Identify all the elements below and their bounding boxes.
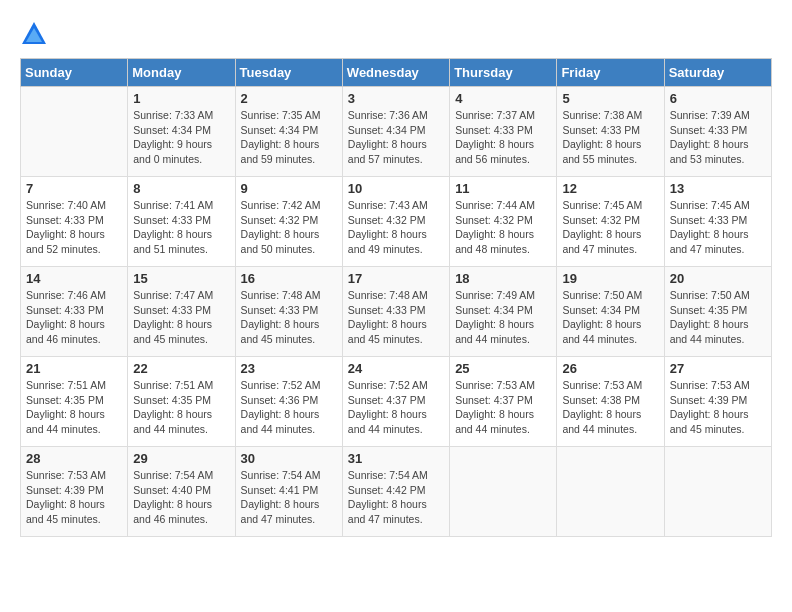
calendar-cell: 13Sunrise: 7:45 AMSunset: 4:33 PMDayligh… — [664, 177, 771, 267]
day-number: 27 — [670, 361, 766, 376]
day-info: Sunrise: 7:52 AMSunset: 4:37 PMDaylight:… — [348, 378, 444, 437]
calendar-cell: 18Sunrise: 7:49 AMSunset: 4:34 PMDayligh… — [450, 267, 557, 357]
day-info: Sunrise: 7:48 AMSunset: 4:33 PMDaylight:… — [348, 288, 444, 347]
day-info: Sunrise: 7:53 AMSunset: 4:38 PMDaylight:… — [562, 378, 658, 437]
calendar-cell: 28Sunrise: 7:53 AMSunset: 4:39 PMDayligh… — [21, 447, 128, 537]
day-info: Sunrise: 7:38 AMSunset: 4:33 PMDaylight:… — [562, 108, 658, 167]
calendar-cell: 24Sunrise: 7:52 AMSunset: 4:37 PMDayligh… — [342, 357, 449, 447]
day-info: Sunrise: 7:43 AMSunset: 4:32 PMDaylight:… — [348, 198, 444, 257]
day-number: 2 — [241, 91, 337, 106]
calendar-cell: 4Sunrise: 7:37 AMSunset: 4:33 PMDaylight… — [450, 87, 557, 177]
day-number: 29 — [133, 451, 229, 466]
calendar-week-row: 28Sunrise: 7:53 AMSunset: 4:39 PMDayligh… — [21, 447, 772, 537]
day-info: Sunrise: 7:53 AMSunset: 4:39 PMDaylight:… — [670, 378, 766, 437]
day-info: Sunrise: 7:33 AMSunset: 4:34 PMDaylight:… — [133, 108, 229, 167]
day-info: Sunrise: 7:46 AMSunset: 4:33 PMDaylight:… — [26, 288, 122, 347]
day-number: 17 — [348, 271, 444, 286]
day-info: Sunrise: 7:41 AMSunset: 4:33 PMDaylight:… — [133, 198, 229, 257]
calendar-week-row: 14Sunrise: 7:46 AMSunset: 4:33 PMDayligh… — [21, 267, 772, 357]
calendar-cell: 8Sunrise: 7:41 AMSunset: 4:33 PMDaylight… — [128, 177, 235, 267]
day-number: 22 — [133, 361, 229, 376]
day-info: Sunrise: 7:51 AMSunset: 4:35 PMDaylight:… — [133, 378, 229, 437]
calendar-cell: 21Sunrise: 7:51 AMSunset: 4:35 PMDayligh… — [21, 357, 128, 447]
calendar-week-row: 1Sunrise: 7:33 AMSunset: 4:34 PMDaylight… — [21, 87, 772, 177]
day-info: Sunrise: 7:52 AMSunset: 4:36 PMDaylight:… — [241, 378, 337, 437]
calendar-header: SundayMondayTuesdayWednesdayThursdayFrid… — [21, 59, 772, 87]
day-info: Sunrise: 7:49 AMSunset: 4:34 PMDaylight:… — [455, 288, 551, 347]
day-number: 25 — [455, 361, 551, 376]
calendar-cell — [21, 87, 128, 177]
day-info: Sunrise: 7:40 AMSunset: 4:33 PMDaylight:… — [26, 198, 122, 257]
day-number: 15 — [133, 271, 229, 286]
calendar-cell: 29Sunrise: 7:54 AMSunset: 4:40 PMDayligh… — [128, 447, 235, 537]
day-number: 19 — [562, 271, 658, 286]
day-info: Sunrise: 7:47 AMSunset: 4:33 PMDaylight:… — [133, 288, 229, 347]
day-number: 20 — [670, 271, 766, 286]
day-info: Sunrise: 7:35 AMSunset: 4:34 PMDaylight:… — [241, 108, 337, 167]
day-number: 18 — [455, 271, 551, 286]
day-info: Sunrise: 7:37 AMSunset: 4:33 PMDaylight:… — [455, 108, 551, 167]
day-number: 31 — [348, 451, 444, 466]
day-info: Sunrise: 7:36 AMSunset: 4:34 PMDaylight:… — [348, 108, 444, 167]
calendar-cell: 9Sunrise: 7:42 AMSunset: 4:32 PMDaylight… — [235, 177, 342, 267]
day-info: Sunrise: 7:53 AMSunset: 4:39 PMDaylight:… — [26, 468, 122, 527]
weekday-header-friday: Friday — [557, 59, 664, 87]
day-number: 10 — [348, 181, 444, 196]
weekday-header-tuesday: Tuesday — [235, 59, 342, 87]
calendar-cell: 23Sunrise: 7:52 AMSunset: 4:36 PMDayligh… — [235, 357, 342, 447]
calendar-cell: 16Sunrise: 7:48 AMSunset: 4:33 PMDayligh… — [235, 267, 342, 357]
calendar-week-row: 21Sunrise: 7:51 AMSunset: 4:35 PMDayligh… — [21, 357, 772, 447]
weekday-header-monday: Monday — [128, 59, 235, 87]
weekday-header-saturday: Saturday — [664, 59, 771, 87]
calendar-cell: 26Sunrise: 7:53 AMSunset: 4:38 PMDayligh… — [557, 357, 664, 447]
day-number: 8 — [133, 181, 229, 196]
weekday-header-wednesday: Wednesday — [342, 59, 449, 87]
calendar-cell: 30Sunrise: 7:54 AMSunset: 4:41 PMDayligh… — [235, 447, 342, 537]
calendar-cell: 19Sunrise: 7:50 AMSunset: 4:34 PMDayligh… — [557, 267, 664, 357]
weekday-header-sunday: Sunday — [21, 59, 128, 87]
calendar-cell: 27Sunrise: 7:53 AMSunset: 4:39 PMDayligh… — [664, 357, 771, 447]
calendar-cell — [450, 447, 557, 537]
day-number: 6 — [670, 91, 766, 106]
day-number: 3 — [348, 91, 444, 106]
day-number: 11 — [455, 181, 551, 196]
calendar-cell: 5Sunrise: 7:38 AMSunset: 4:33 PMDaylight… — [557, 87, 664, 177]
day-info: Sunrise: 7:45 AMSunset: 4:33 PMDaylight:… — [670, 198, 766, 257]
day-number: 21 — [26, 361, 122, 376]
calendar-cell: 31Sunrise: 7:54 AMSunset: 4:42 PMDayligh… — [342, 447, 449, 537]
day-info: Sunrise: 7:54 AMSunset: 4:41 PMDaylight:… — [241, 468, 337, 527]
calendar-cell: 7Sunrise: 7:40 AMSunset: 4:33 PMDaylight… — [21, 177, 128, 267]
weekday-header-thursday: Thursday — [450, 59, 557, 87]
day-number: 7 — [26, 181, 122, 196]
day-info: Sunrise: 7:45 AMSunset: 4:32 PMDaylight:… — [562, 198, 658, 257]
day-info: Sunrise: 7:51 AMSunset: 4:35 PMDaylight:… — [26, 378, 122, 437]
day-number: 28 — [26, 451, 122, 466]
day-number: 16 — [241, 271, 337, 286]
calendar-cell: 2Sunrise: 7:35 AMSunset: 4:34 PMDaylight… — [235, 87, 342, 177]
day-info: Sunrise: 7:39 AMSunset: 4:33 PMDaylight:… — [670, 108, 766, 167]
day-number: 14 — [26, 271, 122, 286]
calendar-body: 1Sunrise: 7:33 AMSunset: 4:34 PMDaylight… — [21, 87, 772, 537]
page-header — [20, 20, 772, 48]
weekday-header-row: SundayMondayTuesdayWednesdayThursdayFrid… — [21, 59, 772, 87]
day-number: 24 — [348, 361, 444, 376]
day-info: Sunrise: 7:54 AMSunset: 4:40 PMDaylight:… — [133, 468, 229, 527]
calendar-cell: 12Sunrise: 7:45 AMSunset: 4:32 PMDayligh… — [557, 177, 664, 267]
calendar-cell: 1Sunrise: 7:33 AMSunset: 4:34 PMDaylight… — [128, 87, 235, 177]
calendar-cell — [664, 447, 771, 537]
day-number: 26 — [562, 361, 658, 376]
day-number: 12 — [562, 181, 658, 196]
day-info: Sunrise: 7:44 AMSunset: 4:32 PMDaylight:… — [455, 198, 551, 257]
logo-icon — [20, 20, 48, 48]
day-number: 1 — [133, 91, 229, 106]
calendar-cell: 3Sunrise: 7:36 AMSunset: 4:34 PMDaylight… — [342, 87, 449, 177]
day-number: 30 — [241, 451, 337, 466]
calendar-cell — [557, 447, 664, 537]
day-info: Sunrise: 7:53 AMSunset: 4:37 PMDaylight:… — [455, 378, 551, 437]
day-number: 9 — [241, 181, 337, 196]
calendar-cell: 14Sunrise: 7:46 AMSunset: 4:33 PMDayligh… — [21, 267, 128, 357]
day-number: 23 — [241, 361, 337, 376]
calendar-week-row: 7Sunrise: 7:40 AMSunset: 4:33 PMDaylight… — [21, 177, 772, 267]
calendar-cell: 11Sunrise: 7:44 AMSunset: 4:32 PMDayligh… — [450, 177, 557, 267]
day-info: Sunrise: 7:54 AMSunset: 4:42 PMDaylight:… — [348, 468, 444, 527]
